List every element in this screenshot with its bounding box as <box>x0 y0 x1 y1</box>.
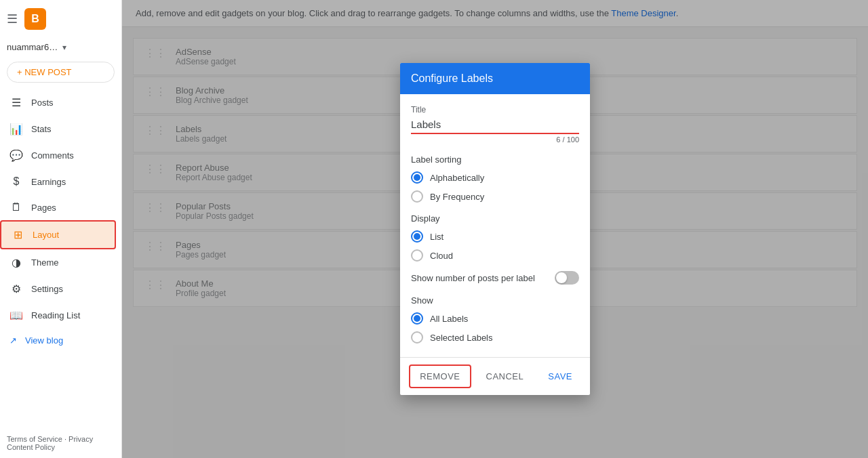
configure-labels-dialog: Configure Labels Title 6 / 100 Label sor… <box>400 63 590 395</box>
view-blog-link[interactable]: ↗ View blog <box>0 329 121 352</box>
show-section: Show <box>411 295 579 306</box>
radio-all-labels[interactable]: All Labels <box>411 312 579 325</box>
radio-circle-list <box>411 230 423 243</box>
sidebar-item-label: Settings <box>31 284 63 294</box>
radio-label-freq: By Frequency <box>430 192 484 202</box>
radio-label-cloud: Cloud <box>430 251 453 261</box>
display-section: Display <box>411 213 579 224</box>
char-count: 6 / 100 <box>411 136 579 144</box>
sidebar-footer: Terms of Service · Privacy Content Polic… <box>0 428 121 458</box>
stats-icon: 📊 <box>9 123 23 136</box>
reading-list-icon: 📖 <box>9 309 23 322</box>
radio-circle-cloud <box>411 249 423 262</box>
radio-alphabetically[interactable]: Alphabetically <box>411 171 579 184</box>
sidebar-item-label: Reading List <box>31 310 80 320</box>
content-policy-link[interactable]: Content Policy <box>7 443 55 451</box>
theme-icon: ◑ <box>9 256 23 269</box>
comments-icon: 💬 <box>9 149 23 162</box>
sidebar-item-pages[interactable]: 🗒 Pages <box>0 194 116 220</box>
sidebar-item-stats[interactable]: 📊 Stats <box>0 116 116 142</box>
earnings-icon: $ <box>9 175 23 188</box>
label-sorting-section: Label sorting <box>411 154 579 165</box>
radio-circle-all <box>411 312 423 325</box>
sidebar-item-layout[interactable]: ⊞ Layout <box>0 220 116 249</box>
radio-circle-selected <box>411 331 423 344</box>
radio-label-list: List <box>430 232 443 242</box>
sidebar: ☰ B nuammar607.otomotif ▾ + NEW POST ☰ P… <box>0 0 122 458</box>
radio-circle-unchecked <box>411 190 423 203</box>
radio-label-selected: Selected Labels <box>430 333 493 343</box>
dialog-body: Title 6 / 100 Label sorting Alphabetical… <box>400 94 590 357</box>
radio-by-frequency[interactable]: By Frequency <box>411 190 579 203</box>
sidebar-header: ☰ B <box>0 0 121 38</box>
radio-cloud[interactable]: Cloud <box>411 249 579 262</box>
layout-icon: ⊞ <box>11 228 24 241</box>
sidebar-item-comments[interactable]: 💬 Comments <box>0 142 116 169</box>
display-radio-group: List Cloud <box>411 230 579 262</box>
sidebar-item-label: Layout <box>33 230 59 240</box>
new-post-button[interactable]: + NEW POST <box>7 62 115 83</box>
save-button[interactable]: SAVE <box>538 365 582 388</box>
radio-selected-labels[interactable]: Selected Labels <box>411 331 579 344</box>
sidebar-item-label: Comments <box>31 150 74 161</box>
terms-link[interactable]: Terms of Service <box>7 435 62 443</box>
blog-name-label: nuammar607.otomotif <box>7 42 60 52</box>
pages-icon: 🗒 <box>9 201 23 213</box>
cancel-button[interactable]: CANCEL <box>477 365 534 388</box>
blogger-logo: B <box>24 8 46 30</box>
privacy-link[interactable]: Privacy <box>68 435 93 443</box>
title-input[interactable] <box>411 117 579 134</box>
dialog-title: Configure Labels <box>411 72 493 84</box>
sidebar-item-label: Earnings <box>31 177 66 187</box>
radio-label-all: All Labels <box>430 314 468 324</box>
sidebar-item-posts[interactable]: ☰ Posts <box>0 89 116 116</box>
sidebar-item-settings[interactable]: ⚙ Settings <box>0 276 116 302</box>
view-blog-label: View blog <box>25 335 63 346</box>
show-posts-toggle-row: Show number of posts per label <box>411 271 579 285</box>
sidebar-item-label: Stats <box>31 124 52 134</box>
radio-list[interactable]: List <box>411 230 579 243</box>
settings-icon: ⚙ <box>9 283 23 295</box>
sidebar-item-theme[interactable]: ◑ Theme <box>0 249 116 276</box>
title-field-label: Title <box>411 105 579 114</box>
radio-circle-checked <box>411 171 423 184</box>
hamburger-icon[interactable]: ☰ <box>7 12 18 26</box>
chevron-down-icon: ▾ <box>62 43 115 52</box>
radio-label-alpha: Alphabetically <box>430 173 484 183</box>
posts-icon: ☰ <box>9 96 23 109</box>
show-posts-toggle[interactable] <box>555 271 579 285</box>
show-radio-group: All Labels Selected Labels <box>411 312 579 344</box>
show-posts-label: Show number of posts per label <box>411 273 535 283</box>
dialog-header: Configure Labels <box>400 63 590 94</box>
sidebar-item-label: Pages <box>31 203 56 213</box>
sidebar-nav: ☰ Posts 📊 Stats 💬 Comments $ Earnings 🗒 … <box>0 89 121 329</box>
dialog-footer: REMOVE CANCEL SAVE <box>400 357 590 395</box>
sidebar-item-earnings[interactable]: $ Earnings <box>0 169 116 194</box>
remove-button[interactable]: REMOVE <box>409 365 471 388</box>
modal-overlay: Configure Labels Title 6 / 100 Label sor… <box>122 0 868 458</box>
sidebar-item-reading-list[interactable]: 📖 Reading List <box>0 302 116 329</box>
sidebar-item-label: Theme <box>31 257 58 268</box>
sorting-radio-group: Alphabetically By Frequency <box>411 171 579 203</box>
blog-name-row[interactable]: nuammar607.otomotif ▾ <box>0 38 121 59</box>
external-link-icon: ↗ <box>9 335 17 346</box>
sidebar-item-label: Posts <box>31 98 54 108</box>
main-content: Add, remove and edit gadgets on your blo… <box>122 0 868 458</box>
